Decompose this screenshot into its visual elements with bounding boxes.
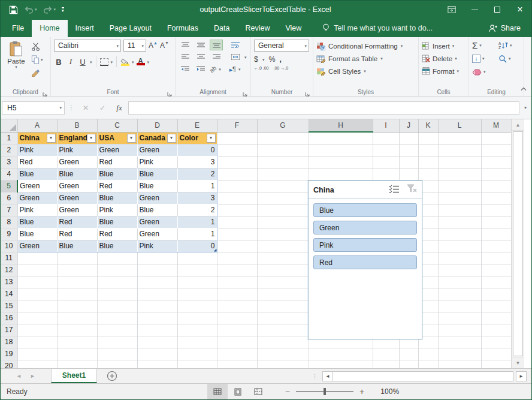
align-bottom-button[interactable] [210, 40, 223, 50]
cell[interactable] [309, 360, 373, 368]
cell[interactable] [97, 288, 137, 300]
cell[interactable] [97, 324, 137, 336]
cell[interactable] [438, 336, 481, 348]
cell[interactable] [177, 288, 217, 300]
cell[interactable] [438, 180, 481, 192]
row-header-7[interactable]: 7 [1, 204, 17, 216]
scrollbar-divider[interactable]: ⋮ [312, 373, 318, 379]
cell[interactable] [257, 264, 309, 276]
font-dialog-launcher[interactable] [167, 89, 173, 95]
sheet-nav-left-arrow[interactable]: ◄ [16, 373, 22, 379]
vertical-scrollbar[interactable]: ▲ ▼ [511, 119, 524, 368]
table-header-cell[interactable]: USA [97, 132, 137, 144]
cell[interactable] [373, 156, 399, 168]
delete-dropdown[interactable] [455, 56, 457, 61]
column-header-L[interactable]: L [438, 119, 481, 132]
table-cell[interactable]: 3 [177, 192, 217, 204]
table-cell[interactable]: Pink [17, 204, 57, 216]
cell[interactable] [177, 264, 217, 276]
horizontal-scroll-thumb[interactable] [333, 371, 513, 381]
column-header-G[interactable]: G [257, 119, 309, 132]
format-painter-button[interactable] [31, 67, 43, 77]
align-center-button[interactable] [194, 52, 207, 62]
cell[interactable] [438, 216, 481, 228]
borders-icon[interactable] [100, 58, 108, 66]
table-cell[interactable]: Red [97, 228, 137, 240]
column-header-A[interactable]: A [17, 119, 57, 132]
cell[interactable] [137, 348, 177, 360]
cell[interactable] [177, 348, 217, 360]
tell-me-box[interactable]: Tell me what you want to do... [315, 23, 440, 37]
cell[interactable] [217, 204, 257, 216]
cell[interactable] [438, 264, 481, 276]
cell[interactable] [217, 228, 257, 240]
cell[interactable] [217, 300, 257, 312]
cell[interactable] [481, 144, 511, 156]
cell[interactable] [17, 360, 57, 368]
row-header-20[interactable]: 20 [1, 360, 17, 368]
table-cell[interactable]: Green [137, 192, 177, 204]
cell[interactable] [438, 168, 481, 180]
scroll-left-arrow[interactable]: ◄ [322, 371, 333, 381]
cell[interactable] [137, 288, 177, 300]
cell[interactable] [257, 204, 309, 216]
table-cell[interactable]: Pink [137, 156, 177, 168]
slicer-item[interactable]: Pink [313, 238, 417, 252]
row-header-5[interactable]: 5 [1, 180, 17, 192]
row-header-15[interactable]: 15 [1, 300, 17, 312]
tab-view[interactable]: View [277, 20, 309, 37]
cell[interactable] [17, 324, 57, 336]
conditional-formatting-dropdown[interactable] [401, 44, 403, 48]
cell[interactable] [481, 240, 511, 252]
cell[interactable] [309, 168, 373, 180]
cell[interactable] [481, 228, 511, 240]
table-cell[interactable]: Blue [57, 168, 97, 180]
cell[interactable] [373, 168, 399, 180]
cell[interactable] [438, 204, 481, 216]
cell[interactable] [481, 336, 511, 348]
fill-dropdown[interactable] [482, 56, 485, 61]
cell[interactable] [137, 300, 177, 312]
zoom-out-button[interactable]: − [285, 387, 290, 396]
cell[interactable] [257, 144, 309, 156]
table-cell[interactable]: Green [97, 144, 137, 156]
cell[interactable] [481, 348, 511, 360]
tab-review[interactable]: Review [237, 20, 277, 37]
orientation-dropdown[interactable] [219, 67, 221, 71]
zoom-in-button[interactable]: + [359, 387, 364, 396]
cell[interactable] [257, 156, 309, 168]
row-header-8[interactable]: 8 [1, 216, 17, 228]
cell[interactable] [97, 300, 137, 312]
cell[interactable] [373, 360, 399, 368]
cell[interactable] [418, 156, 438, 168]
cell[interactable] [17, 252, 57, 264]
cell[interactable] [177, 360, 217, 368]
cell[interactable] [217, 240, 257, 252]
paste-button[interactable]: Paste [4, 40, 29, 87]
insert-cells-button[interactable]: Insert [422, 40, 466, 52]
cell[interactable] [217, 336, 257, 348]
fill-button[interactable]: ↓ [472, 53, 498, 64]
column-header-C[interactable]: C [97, 119, 137, 132]
filter-button[interactable] [127, 134, 136, 143]
customize-qat-button[interactable] [62, 7, 64, 12]
enter-icon[interactable] [95, 104, 110, 112]
cell[interactable] [177, 312, 217, 324]
new-sheet-button[interactable] [107, 369, 117, 383]
clear-dropdown[interactable] [483, 70, 486, 74]
cell[interactable] [257, 216, 309, 228]
table-cell[interactable]: Blue [17, 228, 57, 240]
scroll-down-arrow[interactable]: ▼ [512, 357, 524, 368]
table-cell[interactable]: Green [57, 156, 97, 168]
table-header-cell[interactable]: Color [177, 132, 217, 144]
sheet-nav-right-arrow[interactable]: ► [30, 373, 35, 379]
cell[interactable] [97, 360, 137, 368]
cell[interactable] [177, 324, 217, 336]
cell[interactable] [257, 360, 309, 368]
cell[interactable] [57, 264, 97, 276]
text-direction-dropdown[interactable] [238, 67, 241, 71]
find-select-button[interactable] [498, 53, 525, 64]
cell[interactable] [217, 156, 257, 168]
row-header-12[interactable]: 12 [1, 264, 17, 276]
orientation-button[interactable]: ab [208, 64, 218, 74]
